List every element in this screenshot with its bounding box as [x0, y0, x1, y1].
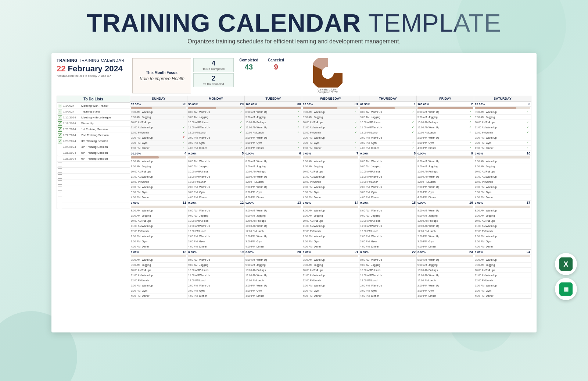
- time-label: 2:00 PM: [417, 284, 429, 287]
- check-icon: [412, 235, 416, 238]
- activity-label: Lunch: [486, 181, 527, 183]
- time-label: 10:00 AM: [245, 220, 257, 222]
- activity-label: Lunch: [314, 181, 355, 183]
- day-num: 19: [240, 250, 244, 254]
- time-entry: 9:00 AMJogging: [417, 213, 474, 218]
- activity-label: Warm Up: [314, 175, 355, 178]
- activity-label: Warm Up: [429, 126, 469, 129]
- check-icon: ✓: [297, 110, 301, 114]
- time-label: 2:00 PM: [245, 235, 257, 238]
- time-label: 8:00 AM: [475, 259, 486, 261]
- todo-check: [58, 157, 62, 161]
- day-pct: 0.00%: [303, 201, 311, 204]
- time-label: 9:00 AM: [131, 165, 142, 168]
- activity-label: Dinner: [371, 147, 412, 149]
- check-icon: [240, 115, 244, 119]
- time-label: 9:00 AM: [360, 165, 371, 168]
- pct-bar-fill: [188, 107, 216, 109]
- time-entry: 9:00 AMJogging: [359, 115, 416, 120]
- time-entry: 12:00 PMLunch: [302, 278, 359, 283]
- activity-label: Jogging: [257, 116, 297, 118]
- activity-label: Warm Up: [142, 274, 183, 277]
- activity-label: Lunch: [371, 230, 412, 232]
- activity-label: Dinner: [257, 295, 297, 297]
- check-icon: [240, 180, 244, 184]
- time-entry: 3:00 PMGym: [474, 288, 531, 293]
- day-pct: 75.00%: [475, 103, 485, 106]
- check-icon: [355, 185, 358, 189]
- time-label: 8:00 AM: [188, 259, 199, 261]
- todo-row: ✓7/15/2024Meeting with colleague: [57, 115, 130, 121]
- time-label: 9:00 AM: [303, 116, 314, 118]
- activity-label: Jogging: [486, 264, 527, 266]
- todo-check: [58, 145, 62, 149]
- activity-label: Jogging: [486, 214, 527, 217]
- time-entry: 9:00 AMJogging: [302, 263, 359, 268]
- activity-label: Gym: [371, 191, 412, 193]
- time-label: 12:00 PM: [245, 230, 257, 232]
- day-headers: SUNDAY MONDAY TUESDAY WEDNESDAY THURSDAY…: [130, 96, 531, 102]
- check-icon: [412, 165, 416, 168]
- excel-icon-circle[interactable]: X: [555, 253, 577, 275]
- day-num: 4: [184, 152, 186, 155]
- activity-label: Warm Up: [142, 284, 183, 287]
- check-icon: [469, 294, 473, 298]
- time-label: 9:00 AM: [245, 165, 257, 168]
- day-cell-header: 0.00%8: [359, 151, 416, 156]
- check-icon: ✓: [240, 131, 244, 135]
- check-icon: [183, 229, 186, 233]
- day-num: 23: [469, 250, 473, 254]
- activity-label: Warm Up: [486, 186, 527, 188]
- time-label: 12:00 PM: [475, 230, 486, 232]
- check-icon: [240, 219, 244, 223]
- time-label: 3:00 PM: [475, 240, 486, 243]
- time-entry: 4:00 PMDinner✓: [187, 146, 244, 151]
- time-label: 4:00 PM: [360, 196, 371, 199]
- activity-label: Lunch: [199, 279, 240, 282]
- time-label: 10:00 AM: [360, 170, 371, 173]
- day-cell-header: 62.50%31: [302, 102, 359, 107]
- check-icon: ✓: [240, 146, 244, 150]
- check-icon: [527, 219, 530, 223]
- check-icon: [412, 258, 416, 262]
- calendar-info: TRAINING TRAINING CALENDAR 22 February 2…: [57, 58, 130, 93]
- time-label: 2:00 PM: [360, 235, 371, 238]
- check-icon: [469, 170, 473, 174]
- pct-bar: [131, 206, 186, 208]
- activity-label: Pull ups: [486, 170, 527, 173]
- pct-bar: [131, 255, 186, 257]
- time-label: 3:00 PM: [417, 142, 429, 144]
- day-pct: 50.00%: [131, 152, 141, 155]
- todo-list: ✓7/1/2024Meeting With Trainor✓7/5/2024Tr…: [57, 103, 130, 209]
- check-icon: [412, 245, 416, 249]
- time-label: 8:00 AM: [303, 259, 314, 261]
- check-icon: [469, 185, 473, 189]
- todo-text: Meeting With Trainor: [81, 104, 129, 107]
- time-label: 2:00 PM: [417, 186, 429, 188]
- time-label: 11:00 AM: [303, 225, 314, 227]
- time-entry: 9:00 AMJogging: [245, 263, 302, 268]
- time-label: 10:00 AM: [188, 269, 199, 271]
- time-entry: 8:00 AMWarm Up: [474, 208, 531, 213]
- check-icon: ✓: [183, 146, 186, 150]
- time-entry: 3:00 PMGym: [187, 190, 244, 195]
- time-entry: 3:00 PMGym: [302, 288, 359, 293]
- calendar-main: SUNDAY MONDAY TUESDAY WEDNESDAY THURSDAY…: [130, 96, 531, 299]
- time-entry: 12:00 PMLunch: [417, 229, 474, 234]
- pct-bar: [303, 156, 358, 159]
- time-label: 12:00 PM: [303, 230, 314, 232]
- activity-label: Gym: [486, 191, 527, 193]
- day-num: 16: [469, 201, 473, 204]
- todo-check: [58, 168, 62, 173]
- activity-label: Lunch: [142, 131, 183, 134]
- check-icon: [527, 214, 530, 218]
- time-entry: 11:00 AMWarm Up: [245, 273, 302, 278]
- time-label: 4:00 PM: [417, 245, 429, 248]
- time-label: 11:00 AM: [417, 274, 429, 277]
- time-entry: 3:00 PMGym✓: [130, 140, 187, 146]
- sheets-icon-circle[interactable]: ▦: [555, 278, 577, 300]
- time-entry: 2:00 PMWarm Up: [302, 234, 359, 239]
- time-label: 11:00 AM: [360, 274, 371, 277]
- time-entry: 12:00 PMLunch: [245, 278, 302, 283]
- time-label: 10:00 AM: [417, 220, 429, 222]
